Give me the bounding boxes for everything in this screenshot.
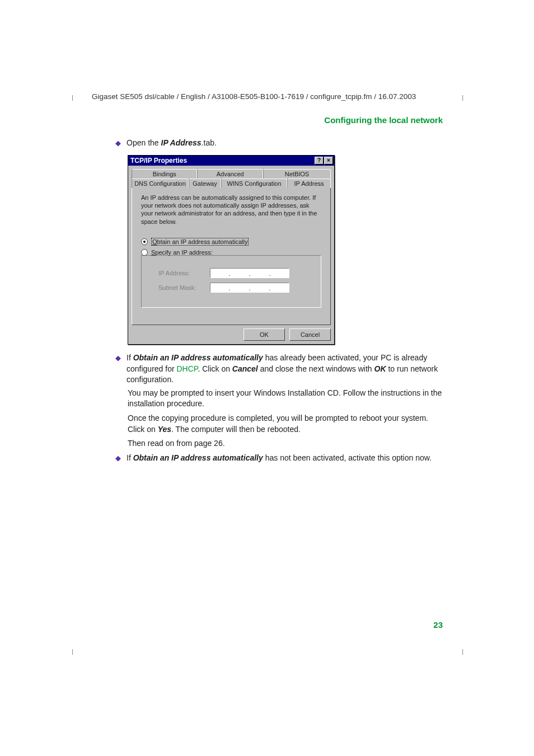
- tab-netbios[interactable]: NetBIOS: [263, 169, 331, 179]
- tab-gateway[interactable]: Gateway: [189, 179, 221, 188]
- tab-wins-configuration[interactable]: WINS Configuration: [221, 179, 287, 188]
- titlebar-buttons: ? ×: [315, 157, 333, 165]
- dialog-title: TCP/IP Properties: [130, 157, 187, 165]
- bullet-text: Open the IP Address.tab.: [127, 138, 443, 149]
- diamond-bullet-icon: ◆: [115, 453, 121, 464]
- bold-obtain-auto: Obtain an IP address automatically: [133, 453, 263, 462]
- text: . The computer will then be rebooted.: [171, 425, 301, 434]
- bullet-text: If Obtain an IP address automatically ha…: [127, 453, 443, 464]
- crop-mark: |: [462, 648, 463, 655]
- crop-mark: |: [72, 648, 73, 655]
- text: If: [127, 453, 133, 462]
- diamond-bullet-icon: ◆: [115, 353, 121, 364]
- text: and close the next windows with: [258, 364, 374, 373]
- text: has not been activated, activate this op…: [263, 453, 432, 462]
- bullet-text: If Obtain an IP address automatically ha…: [127, 353, 443, 386]
- header-path: Gigaset SE505 dsl/cable / English / A310…: [92, 92, 416, 101]
- text: If: [127, 353, 133, 362]
- para-reboot: Once the copying procedure is completed,…: [128, 413, 443, 435]
- page-number: 23: [433, 620, 443, 630]
- tab-advanced[interactable]: Advanced: [197, 169, 263, 179]
- crop-mark: |: [462, 94, 463, 101]
- para-then-read: Then read on from page 26.: [128, 438, 443, 449]
- bullet-if-activated: ◆ If Obtain an IP address automatically …: [115, 353, 443, 386]
- tcpip-properties-dialog: TCP/IP Properties ? × Bindings Advanced …: [128, 155, 335, 345]
- tabs: Bindings Advanced NetBIOS DNS Configurat…: [128, 166, 334, 325]
- ip-address-row: IP Address: ...: [158, 268, 315, 278]
- radio-obtain-auto[interactable]: Obtain an IP address automatically: [141, 238, 321, 246]
- subnet-mask-input[interactable]: ...: [210, 283, 289, 293]
- dialog-titlebar: TCP/IP Properties ? ×: [128, 156, 334, 166]
- dialog-buttons: OK Cancel: [128, 325, 334, 344]
- section-title: Configuring the local network: [324, 115, 443, 125]
- bold-ok: OK: [374, 364, 386, 373]
- close-button[interactable]: ×: [324, 157, 333, 165]
- text: Open the: [127, 138, 161, 147]
- specify-group: IP Address: ... Subnet Mask: ...: [141, 255, 321, 308]
- bold-obtain-auto: Obtain an IP address automatically: [133, 353, 263, 362]
- ok-button[interactable]: OK: [243, 328, 285, 341]
- bullet-if-not-activated: ◆ If Obtain an IP address automatically …: [115, 453, 443, 464]
- diamond-bullet-icon: ◆: [115, 138, 121, 149]
- radio-label-auto: Obtain an IP address automatically: [151, 238, 249, 246]
- bullet-open-ip-tab: ◆ Open the IP Address.tab.: [115, 138, 443, 149]
- radio-label-specify: Specify an IP address:: [151, 249, 213, 256]
- page-content: ◆ Open the IP Address.tab. TCP/IP Proper…: [115, 138, 443, 467]
- help-button[interactable]: ?: [315, 157, 324, 165]
- ip-address-input[interactable]: ...: [210, 268, 289, 278]
- radio-icon-unselected: [141, 249, 148, 256]
- text: . Click on: [198, 364, 232, 373]
- tab-panel-ip-address: An IP address can be automatically assig…: [132, 187, 331, 325]
- tab-dns-configuration[interactable]: DNS Configuration: [132, 179, 189, 188]
- crop-mark: |: [72, 94, 73, 101]
- ip-address-label: IP Address:: [158, 270, 202, 276]
- bold-yes: Yes: [158, 425, 171, 434]
- link-dhcp[interactable]: DHCP: [177, 364, 198, 373]
- cancel-button[interactable]: Cancel: [289, 328, 331, 341]
- panel-description: An IP address can be automatically assig…: [141, 194, 321, 226]
- radio-icon-selected: [141, 238, 148, 245]
- bold-ip-address: IP Address: [161, 138, 202, 147]
- subnet-mask-label: Subnet Mask:: [158, 284, 202, 291]
- subnet-mask-row: Subnet Mask: ...: [158, 283, 315, 293]
- para-cd-prompt: You may be prompted to insert your Windo…: [128, 388, 443, 410]
- bold-cancel: Cancel: [232, 364, 258, 373]
- tab-ip-address[interactable]: IP Address: [287, 179, 331, 188]
- text: .tab.: [202, 138, 217, 147]
- tab-bindings[interactable]: Bindings: [132, 169, 197, 179]
